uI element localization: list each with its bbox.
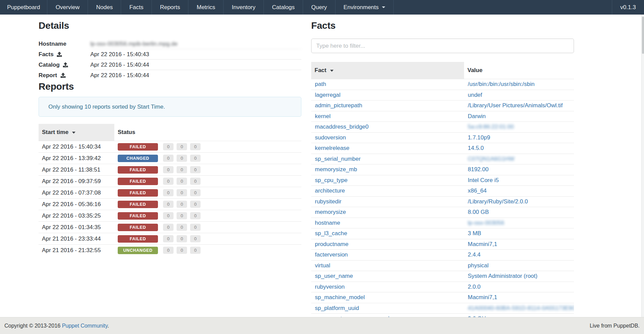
fact-value-link[interactable]: Darwin bbox=[468, 113, 486, 119]
fact-name-link[interactable]: sp_cpu_type bbox=[315, 177, 347, 183]
fact-name-link[interactable]: memorysize_mb bbox=[315, 166, 357, 173]
nav-item-overview[interactable]: Overview bbox=[47, 0, 88, 15]
nav-item-catalogs[interactable]: Catalogs bbox=[264, 0, 303, 15]
fact-value-cell: System Administrator (root) bbox=[464, 271, 574, 282]
details-label: Catalog bbox=[39, 60, 90, 70]
fact-name-link[interactable]: productname bbox=[315, 241, 348, 247]
fact-row: macaddress_bridge05a:c9:86:22:01:00 bbox=[311, 122, 574, 133]
count-badge: 0 bbox=[177, 224, 187, 231]
fact-value-link[interactable]: 2.4.4 bbox=[468, 251, 481, 258]
report-status-cell: FAILED000 bbox=[114, 164, 301, 176]
status-badge-failed[interactable]: FAILED bbox=[118, 166, 158, 174]
fact-name-link[interactable]: sp_l3_cache bbox=[315, 230, 347, 237]
fact-name-link[interactable]: sp_user_name bbox=[315, 273, 353, 279]
fact-name-link[interactable]: macaddress_bridge0 bbox=[315, 124, 369, 130]
footer: Copyright © 2013-2016 Puppet Community. … bbox=[0, 317, 644, 334]
fact-row: lagerregalundef bbox=[311, 90, 574, 101]
count-badge: 0 bbox=[163, 201, 174, 208]
fact-name-link[interactable]: admin_picturepath bbox=[315, 102, 362, 109]
nav-item-inventory[interactable]: Inventory bbox=[224, 0, 264, 15]
details-row: FactsApr 22 2016 - 15:40:43 bbox=[39, 49, 301, 60]
status-badge-failed[interactable]: FAILED bbox=[118, 224, 158, 231]
fact-name-link[interactable]: lagerregal bbox=[315, 92, 341, 98]
status-badge-failed[interactable]: FAILED bbox=[118, 143, 158, 151]
fact-name-link[interactable]: sp_machine_model bbox=[315, 294, 365, 300]
fact-value-link[interactable]: 8192.00 bbox=[468, 166, 488, 173]
scrollbar-track[interactable] bbox=[641, 15, 644, 317]
fact-name-link[interactable]: sudoversion bbox=[315, 134, 346, 141]
fact-name-cell: architecture bbox=[311, 186, 464, 197]
fact-value-link[interactable]: 5a:c9:86:22:01:00 bbox=[468, 124, 514, 130]
nav-item-environments[interactable]: Environments bbox=[336, 0, 394, 15]
fact-name-link[interactable]: rubyversion bbox=[315, 284, 345, 290]
nav-item-query[interactable]: Query bbox=[303, 0, 335, 15]
fact-name-link[interactable]: kernelrelease bbox=[315, 145, 349, 151]
column-header-start-time[interactable]: Start time bbox=[39, 124, 114, 141]
sort-desc-icon bbox=[330, 70, 334, 72]
fact-value-link[interactable]: physical bbox=[468, 262, 488, 269]
fact-value-link[interactable]: x86_64 bbox=[468, 187, 487, 194]
upload-icon[interactable] bbox=[57, 52, 62, 57]
fact-value-link[interactable]: lp-osx-003056 bbox=[468, 220, 504, 226]
nav-item-metrics[interactable]: Metrics bbox=[188, 0, 224, 15]
fact-value-link[interactable]: 41A00040-60BA-591D-8114-0A55173E9CB2 bbox=[468, 305, 574, 311]
column-header-value[interactable]: Value bbox=[464, 62, 574, 79]
fact-name-link[interactable]: path bbox=[315, 81, 326, 87]
fact-value-link[interactable]: Macmini7,1 bbox=[468, 294, 497, 300]
status-badge-failed[interactable]: FAILED bbox=[118, 201, 158, 208]
details-label-text: Hostname bbox=[39, 39, 66, 49]
brand-puppetboard[interactable]: Puppetboard bbox=[0, 0, 47, 15]
fact-name-link[interactable]: hostname bbox=[315, 220, 340, 226]
fact-name-cell: memorysize_mb bbox=[311, 164, 464, 175]
fact-name-cell: kernelrelease bbox=[311, 143, 464, 154]
puppet-community-link[interactable]: Puppet Community bbox=[62, 323, 108, 329]
fact-row: hostnamelp-osx-003056 bbox=[311, 218, 574, 228]
fact-name-link[interactable]: sp_serial_number bbox=[315, 156, 361, 162]
sort-desc-icon bbox=[72, 132, 75, 134]
status-badge-failed[interactable]: FAILED bbox=[118, 235, 158, 243]
facts-filter-input[interactable] bbox=[311, 39, 574, 53]
column-header-status[interactable]: Status bbox=[114, 124, 301, 141]
upload-icon[interactable] bbox=[63, 62, 68, 67]
fact-value-link[interactable]: 8.00 GB bbox=[468, 209, 489, 215]
fact-value-link[interactable]: Intel Core i5 bbox=[468, 177, 499, 183]
fact-name-link[interactable]: rubysitedir bbox=[315, 198, 341, 205]
count-badge: 0 bbox=[163, 224, 174, 231]
fact-value-link[interactable]: System Administrator (root) bbox=[468, 273, 537, 279]
fact-value-link[interactable]: 1.7.10p9 bbox=[468, 134, 490, 141]
count-badge: 0 bbox=[190, 224, 201, 231]
status-badge-failed[interactable]: FAILED bbox=[118, 189, 158, 197]
fact-name-link[interactable]: facterversion bbox=[315, 251, 348, 258]
fact-value-link[interactable]: /Library/User Pictures/Animals/Owl.tif bbox=[468, 102, 563, 109]
nav-item-reports[interactable]: Reports bbox=[152, 0, 189, 15]
fact-value-link[interactable]: /usr/bin:/bin:/usr/sbin:/sbin bbox=[468, 81, 534, 87]
fact-value-link[interactable]: C07QN1A6G1HW bbox=[468, 156, 514, 162]
count-badge: 0 bbox=[177, 235, 187, 242]
report-status-cell: FAILED000 bbox=[114, 176, 301, 187]
fact-value-link[interactable]: 14.5.0 bbox=[468, 145, 484, 151]
count-badge: 0 bbox=[163, 247, 174, 254]
status-badge-failed[interactable]: FAILED bbox=[118, 178, 158, 185]
status-badge-changed[interactable]: CHANGED bbox=[118, 155, 158, 162]
fact-value-link[interactable]: Macmini7,1 bbox=[468, 241, 497, 247]
fact-value-link[interactable]: 2.0.0 bbox=[468, 284, 481, 290]
fact-name-cell: macaddress_bridge0 bbox=[311, 122, 464, 133]
scrollbar-thumb[interactable] bbox=[642, 17, 644, 54]
fact-name-link[interactable]: memorysize bbox=[315, 209, 346, 215]
column-header-fact[interactable]: Fact bbox=[311, 62, 464, 79]
fact-name-link[interactable]: sp_platform_uuid bbox=[315, 305, 359, 311]
fact-name-link[interactable]: virtual bbox=[315, 262, 330, 269]
fact-value-link[interactable]: /Library/Ruby/Site/2.0.0 bbox=[468, 198, 528, 205]
footer-live-status: Live from PuppetDB. bbox=[590, 323, 640, 329]
nav-item-facts[interactable]: Facts bbox=[121, 0, 152, 15]
fact-name-link[interactable]: architecture bbox=[315, 187, 345, 194]
status-badge-unchanged[interactable]: UNCHANGED bbox=[118, 247, 158, 254]
fact-name-link[interactable]: kernel bbox=[315, 113, 330, 119]
status-badge-failed[interactable]: FAILED bbox=[118, 212, 158, 220]
nav-item-nodes[interactable]: Nodes bbox=[88, 0, 121, 15]
fact-value-link[interactable]: undef bbox=[468, 92, 482, 98]
fact-value-link[interactable]: 3 MB bbox=[468, 230, 481, 237]
upload-icon[interactable] bbox=[61, 73, 66, 78]
report-start-time: Apr 22 2016 - 11:38:51 bbox=[39, 164, 114, 176]
fact-name-cell: sp_cpu_type bbox=[311, 175, 464, 186]
